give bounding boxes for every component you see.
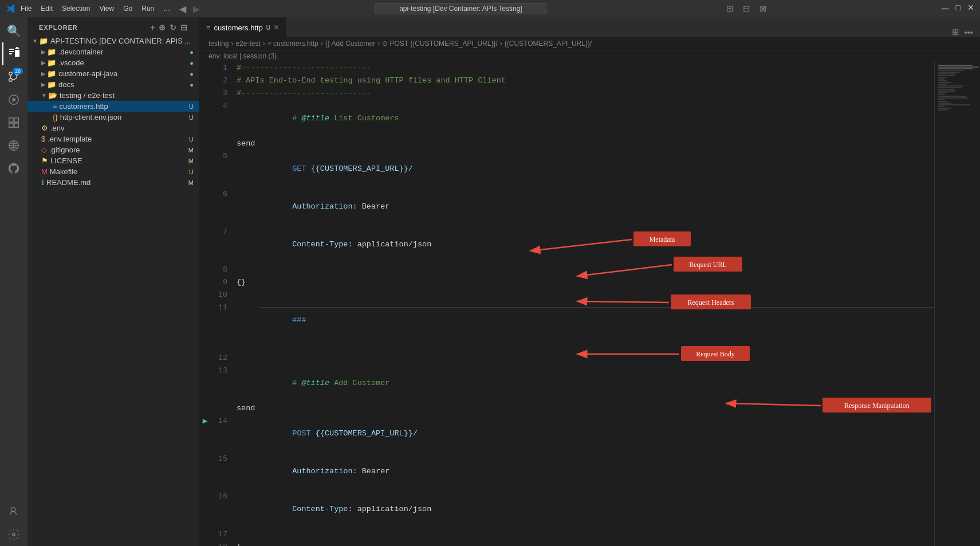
- svg-rect-1: [9, 118, 13, 122]
- file-name: .devcontainer: [58, 48, 190, 56]
- folder-icon: 📁: [39, 37, 48, 45]
- tree-item-customer-api[interactable]: ▶ 📁 customer-api-java ●: [27, 68, 199, 79]
- menu-view[interactable]: View: [99, 5, 114, 13]
- nav-back[interactable]: ◀: [179, 3, 186, 14]
- file-name: Makefile: [50, 167, 189, 176]
- line-number: 4: [211, 100, 237, 112]
- tree-item-vscode[interactable]: ▶ 📁 .vscode ●: [27, 57, 199, 68]
- close-icon[interactable]: ✕: [967, 3, 974, 15]
- tree-item-env-json[interactable]: {} http-client.env.json U: [27, 112, 199, 123]
- activity-github[interactable]: [2, 157, 25, 180]
- nav-forward[interactable]: ▶: [193, 3, 200, 14]
- split-icon[interactable]: ⊟: [743, 3, 750, 14]
- editor-more-icon[interactable]: •••: [964, 28, 973, 37]
- git-file-icon: ◇: [41, 146, 47, 154]
- breadcrumb-add-customer[interactable]: {} Add Customer: [325, 40, 375, 48]
- tree-item-makefile[interactable]: M Makefile U: [27, 166, 199, 177]
- activity-accounts[interactable]: [2, 500, 25, 523]
- breadcrumb-testing[interactable]: testing: [208, 40, 229, 48]
- project-root[interactable]: ▼ 📁 API-TESTING [DEV CONTAINER: APIS ...: [27, 36, 199, 46]
- line-number: 15: [211, 453, 237, 465]
- file-badge: ●: [190, 70, 194, 77]
- line-content: Authorization: Bearer: [237, 453, 934, 490]
- menu-selection[interactable]: Selection: [62, 5, 90, 13]
- line-content: Content-Type: application/json: [237, 490, 934, 528]
- code-editor[interactable]: 1 #---------------------------- 2 # APIs…: [199, 62, 934, 546]
- line-content: # @title Add Customer: [237, 364, 934, 402]
- code-line: 10: [199, 289, 934, 301]
- line-number: 11: [211, 301, 237, 314]
- menu-bar: File Edit Selection View Go Run …: [21, 5, 170, 13]
- menu-run[interactable]: Run: [141, 5, 154, 13]
- line-content: {}: [237, 276, 934, 289]
- activity-explorer[interactable]: [2, 42, 25, 65]
- breadcrumb-e2e[interactable]: e2e-test: [235, 40, 260, 48]
- new-folder-icon[interactable]: ⊕: [159, 23, 166, 32]
- layout-icon[interactable]: ⊞: [726, 3, 734, 14]
- tree-item-license[interactable]: ⚑ LICENSE M: [27, 155, 199, 166]
- tree-item-docs[interactable]: ▶ 📁 docs ●: [27, 79, 199, 90]
- file-badge: U: [189, 114, 194, 121]
- tab-modified-badge: U: [266, 25, 270, 31]
- new-file-icon[interactable]: +: [150, 23, 155, 32]
- tree-item-devcontainer[interactable]: ▶ 📁 .devcontainer ●: [27, 46, 199, 57]
- breadcrumb-sep2: ›: [263, 40, 265, 48]
- svg-rect-4: [14, 123, 18, 127]
- minimize-icon[interactable]: ─: [942, 3, 949, 15]
- activity-search[interactable]: 🔍: [2, 19, 25, 42]
- line-number: 6: [211, 188, 237, 201]
- breadcrumb-post[interactable]: ⊙ POST {{CUSTOMERS_API_URL}}/: [382, 40, 498, 48]
- activity-extensions[interactable]: [2, 111, 25, 134]
- tree-item-readme[interactable]: ℹ README.md M: [27, 177, 199, 188]
- file-name: .env.template: [48, 135, 189, 143]
- maximize-icon[interactable]: □: [956, 3, 961, 15]
- tree-item-env-template[interactable]: $ .env.template U: [27, 133, 199, 144]
- main-layout: 🔍 26 EXPLORER +: [0, 17, 980, 546]
- menu-go[interactable]: Go: [123, 5, 132, 13]
- code-line: 5 GET {{CUSTOMERS_API_URL}}/: [199, 150, 934, 188]
- title-search[interactable]: api-testing [Dev Container: APIs Testing…: [375, 3, 546, 14]
- tree-item-gitignore[interactable]: ◇ .gitignore M: [27, 144, 199, 155]
- file-name: docs: [58, 80, 190, 89]
- env-text: env: local | session (3): [208, 52, 277, 60]
- code-line: 17: [199, 528, 934, 541]
- menu-file[interactable]: File: [21, 5, 32, 13]
- line-content: Content-Type: application/json: [237, 226, 934, 264]
- layout2-icon[interactable]: ⊠: [759, 3, 767, 14]
- line-content: # @title List Customers: [237, 100, 934, 138]
- tree-item-env[interactable]: ⚙ .env: [27, 123, 199, 133]
- line-content: send: [237, 402, 934, 415]
- activity-settings[interactable]: [2, 523, 25, 546]
- refresh-icon[interactable]: ↻: [170, 23, 177, 32]
- line-number: 17: [211, 528, 237, 541]
- code-line: ▶ 14 POST {{CUSTOMERS_API_URL}}/: [199, 415, 934, 453]
- tree-item-testing[interactable]: ▼ 📂 testing / e2e-test: [27, 90, 199, 101]
- http-file-icon: ≡: [53, 102, 57, 111]
- editor-layout-icon[interactable]: ⊞: [952, 27, 959, 37]
- tab-close-button[interactable]: ×: [274, 23, 279, 32]
- code-line: 9 {}: [199, 276, 934, 289]
- editor-tab-customers[interactable]: ≡ customers.http U ×: [199, 17, 286, 37]
- window-controls: ─ □ ✕: [942, 3, 974, 15]
- collapse-icon[interactable]: ⊟: [180, 23, 188, 32]
- breadcrumb-sep1: ›: [231, 40, 233, 48]
- tree-item-customers-http[interactable]: ≡ customers.http U: [27, 101, 199, 112]
- breadcrumb-file[interactable]: ≡ customers.http: [267, 40, 318, 48]
- line-number: 18: [211, 541, 237, 546]
- env-bar: env: local | session (3): [199, 50, 980, 62]
- readme-icon: ℹ: [41, 178, 44, 187]
- code-line: 1 #----------------------------: [199, 62, 934, 74]
- menu-more[interactable]: …: [163, 5, 170, 13]
- code-line: 13 # @title Add Customer: [199, 364, 934, 402]
- breadcrumb-url[interactable]: {{CUSTOMERS_API_URL}}/: [505, 40, 592, 48]
- line-number: 16: [211, 490, 237, 503]
- activity-run[interactable]: [2, 88, 25, 111]
- folder-closed-icon: 📁: [47, 58, 56, 67]
- tab-bar: ≡ customers.http U × ⊞ •••: [199, 17, 980, 37]
- file-name: http-client.env.json: [60, 113, 189, 121]
- menu-edit[interactable]: Edit: [41, 5, 53, 13]
- activity-remote[interactable]: [2, 134, 25, 157]
- run-button[interactable]: ▶: [199, 415, 211, 427]
- activity-source-control[interactable]: 26: [2, 65, 25, 88]
- line-number: 9: [211, 276, 237, 289]
